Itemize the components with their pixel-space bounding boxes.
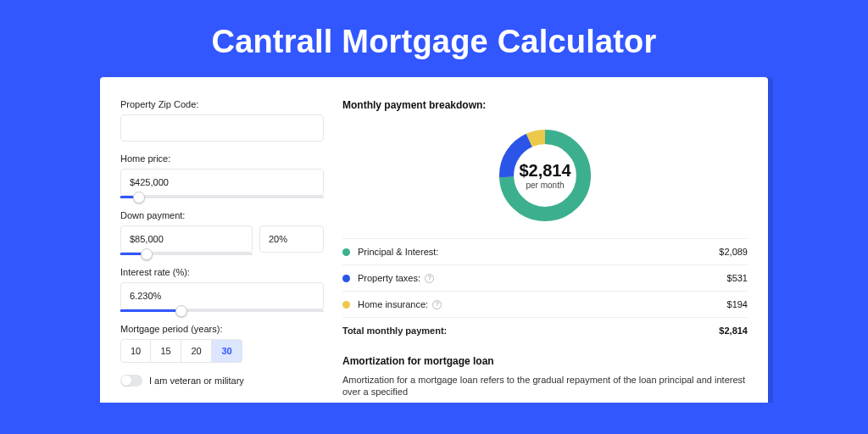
legend-row-1: Property taxes:?$531 (342, 264, 748, 291)
legend-total-value: $2,814 (719, 326, 748, 336)
legend-value: $194 (727, 299, 748, 309)
legend-dot (342, 301, 350, 309)
period-label: Mortgage period (years): (120, 324, 324, 334)
amortization-title: Amortization for mortgage loan (342, 355, 748, 367)
donut-sub: per month (526, 181, 564, 190)
legend-value: $531 (727, 273, 748, 283)
page-title: Cantrall Mortgage Calculator (0, 0, 868, 77)
rate-slider[interactable] (120, 309, 324, 312)
breakdown-title: Monthly payment breakdown: (342, 99, 748, 111)
help-icon[interactable]: ? (432, 300, 442, 309)
down-percent-input[interactable] (259, 225, 324, 253)
legend-label: Principal & Interest: (358, 247, 719, 257)
legend-total-label: Total monthly payment: (342, 326, 719, 336)
price-field: Home price: (120, 153, 324, 198)
help-icon[interactable]: ? (425, 274, 434, 283)
veteran-label: I am veteran or military (149, 376, 244, 386)
legend: Principal & Interest:$2,089Property taxe… (342, 238, 748, 343)
period-option-20[interactable]: 20 (181, 339, 212, 363)
legend-value: $2,089 (719, 247, 748, 257)
price-slider-knob[interactable] (133, 192, 145, 203)
donut-value: $2,814 (519, 161, 570, 181)
zip-input[interactable] (120, 114, 324, 142)
form-column: Property Zip Code: Home price: Down paym… (120, 99, 324, 403)
veteran-field: I am veteran or military (120, 375, 324, 387)
results-column: Monthly payment breakdown: $2,814 per mo… (342, 99, 748, 403)
price-label: Home price: (120, 153, 324, 164)
legend-label: Property taxes:? (358, 273, 727, 283)
period-group: 10152030 (120, 339, 324, 363)
veteran-toggle[interactable] (120, 375, 142, 387)
rate-slider-fill (120, 309, 181, 312)
legend-total-row: Total monthly payment:$2,814 (342, 317, 748, 343)
zip-field: Property Zip Code: (120, 99, 324, 142)
zip-label: Property Zip Code: (120, 99, 324, 109)
calculator-card: Property Zip Code: Home price: Down paym… (100, 77, 768, 403)
price-input[interactable] (120, 169, 324, 196)
legend-dot (342, 275, 350, 282)
period-field: Mortgage period (years): 10152030 (120, 324, 324, 363)
down-slider[interactable] (120, 253, 253, 255)
legend-row-2: Home insurance:?$194 (342, 291, 748, 317)
period-option-15[interactable]: 15 (151, 339, 181, 363)
period-option-10[interactable]: 10 (120, 339, 151, 363)
down-field: Down payment: (120, 210, 324, 255)
down-slider-knob[interactable] (141, 248, 153, 260)
legend-dot (342, 248, 350, 256)
period-option-30[interactable]: 30 (212, 339, 242, 363)
donut-chart: $2,814 per month (342, 120, 748, 238)
donut-center: $2,814 per month (494, 125, 596, 226)
legend-label: Home insurance:? (358, 299, 727, 309)
rate-slider-knob[interactable] (175, 305, 187, 317)
amortization-body: Amortization for a mortgage loan refers … (342, 374, 748, 398)
amortization-section: Amortization for mortgage loan Amortizat… (342, 355, 748, 398)
price-slider[interactable] (120, 196, 324, 198)
rate-input[interactable] (120, 282, 324, 309)
down-amount-input[interactable] (120, 225, 253, 253)
rate-label: Interest rate (%): (120, 267, 324, 277)
legend-row-0: Principal & Interest:$2,089 (342, 238, 748, 264)
rate-field: Interest rate (%): (120, 267, 324, 312)
down-label: Down payment: (120, 210, 324, 220)
